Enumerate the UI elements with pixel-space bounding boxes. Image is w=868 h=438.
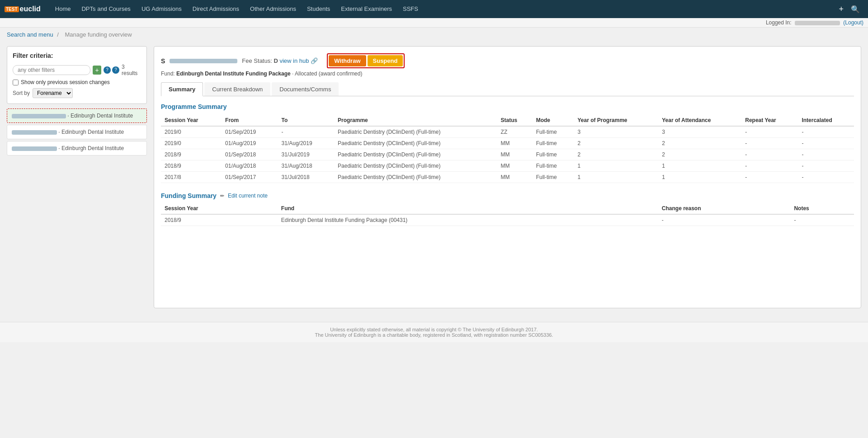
sort-row: Sort by ForenameSurnameStudent ID [13,88,141,98]
fund-status: · Allocated (award confirmed) [292,71,362,77]
result-item[interactable]: · Edinburgh Dental Institute [7,125,147,139]
filter-input[interactable] [13,65,90,75]
funding-summary-title: Funding Summary [161,192,217,199]
nav-search-button[interactable]: 🔍 [847,5,863,14]
table-row: 2019/001/Aug/201931/Aug/2019Paediatric D… [161,138,854,149]
results-count: 3 results [122,64,141,76]
breadcrumb-separator: / [57,31,59,38]
nav-item-other-admissions[interactable]: Other Admissions [245,0,302,18]
sort-select[interactable]: ForenameSurnameStudent ID [33,88,73,98]
fund-col-fund: Fund [278,203,658,214]
filter-add-button[interactable]: + [93,66,101,75]
prog-col-to: To [278,115,335,126]
table-row: 2018/901/Aug/201831/Aug/2018Paediatric D… [161,160,854,172]
student-name-link[interactable] [12,145,57,151]
student-name-link[interactable] [12,113,66,119]
prog-col-session-year: Session Year [161,115,222,126]
fund-col-change-reason: Change reason [658,203,791,214]
left-panel: Filter criteria: + ? ? 3 results Show on… [7,46,147,308]
footer: Unless explicitly stated otherwise, all … [0,322,868,342]
prog-col-programme: Programme [334,115,497,126]
info-icon-1[interactable]: ? [104,66,111,74]
logout-link[interactable]: (Logout) [843,19,863,26]
breadcrumb-current: Manage funding overview [65,31,132,38]
prog-col-from: From [222,115,278,126]
prev-session-row: Show only previous session changes [13,79,141,85]
fund-name: Edinburgh Dental Institute Funding Packa… [176,71,291,77]
prog-col-year-of-attendance: Year of Attendance [658,115,741,126]
prog-col-mode: Mode [533,115,574,126]
main-layout: Filter criteria: + ? ? 3 results Show on… [0,42,868,313]
logo-test-badge: TEST [5,6,19,12]
nav-item-ssfs[interactable]: SSFS [397,0,424,18]
nav-add-button[interactable]: + [835,5,847,14]
student-id-redacted [12,146,57,151]
student-id-prefix: S [161,57,165,65]
filter-info-icons: ? ? [104,66,119,74]
nav-item-external-examiners[interactable]: External Examiners [335,0,397,18]
institute-label: Edinburgh Dental Institute [71,113,133,119]
table-row: 2019/001/Sep/2019-Paediatric Dentistry (… [161,126,854,138]
nav-item-dpts-and-courses[interactable]: DPTs and Courses [76,0,136,18]
filter-title: Filter criteria: [13,52,141,59]
filter-row: + ? ? 3 results [13,64,141,76]
student-id-redacted [12,130,57,135]
tabs: SummaryCurrent BreakdownDocuments/Comms [161,82,854,96]
programme-summary-table: Session YearFromToProgrammeStatusModeYea… [161,115,854,183]
nav-item-students[interactable]: Students [302,0,335,18]
prev-session-label: Show only previous session changes [21,79,110,85]
nav-item-home[interactable]: Home [50,0,76,18]
breadcrumb: Search and menu / Manage funding overvie… [0,28,868,42]
logged-in-bar: Logged In: (Logout) [0,18,868,28]
fund-info: Fund: Edinburgh Dental Institute Funding… [161,71,854,77]
info-icon-2[interactable]: ? [112,66,119,74]
right-panel: S Fee Status: D view in hub 🔗 Withdraw S… [154,46,861,308]
footer-line1: Unless explicitly stated otherwise, all … [5,327,863,332]
funding-summary-header: Funding Summary ✏ Edit current note [161,192,854,199]
nav-item-ug-admissions[interactable]: UG Admissions [136,0,187,18]
view-in-hub-link[interactable]: view in hub [279,57,309,64]
student-name-link[interactable] [12,129,57,135]
result-item[interactable]: · Edinburgh Dental Institute [7,108,147,123]
breadcrumb-link[interactable]: Search and menu [7,31,53,38]
institute-label: Edinburgh Dental Institute [61,145,124,151]
withdraw-button[interactable]: Withdraw [329,55,366,66]
student-id-redacted [170,59,237,63]
fund-col-notes: Notes [790,203,854,214]
prev-session-checkbox[interactable] [13,80,19,85]
table-row: 2018/901/Sep/201831/Jul/2019Paediatric D… [161,149,854,160]
logo-euclid-text: euclid [20,5,41,13]
nav-item-direct-admissions[interactable]: Direct Admissions [187,0,245,18]
programme-summary-title: Programme Summary [161,103,854,110]
fund-col-session-year: Session Year [161,203,278,214]
prog-col-status: Status [497,115,533,126]
prog-col-repeat-year: Repeat Year [741,115,798,126]
suspend-button[interactable]: Suspend [368,55,403,66]
student-header: S Fee Status: D view in hub 🔗 Withdraw S… [161,53,854,68]
table-row: 2017/801/Sep/201731/Jul/2018Paediatric D… [161,172,854,183]
edit-note-link[interactable]: Edit current note [228,193,268,199]
table-row: 2018/9Edinburgh Dental Institute Funding… [161,214,854,226]
tab-summary[interactable]: Summary [161,82,203,96]
student-id-redacted [12,114,66,118]
username-redacted [795,21,840,25]
edit-pencil-icon: ✏ [220,193,224,199]
result-list: · Edinburgh Dental Institute · Edinburgh… [7,108,147,155]
prog-col-intercalated: Intercalated [798,115,854,126]
prog-col-year-of-programme: Year of Programme [574,115,659,126]
footer-line2: The University of Edinburgh is a charita… [5,332,863,338]
top-navigation: TEST euclid HomeDPTs and CoursesUG Admis… [0,0,868,18]
action-buttons: Withdraw Suspend [327,53,405,68]
tab-documents/comms[interactable]: Documents/Comms [272,82,339,96]
tab-current-breakdown[interactable]: Current Breakdown [204,82,270,96]
fee-status: Fee Status: D view in hub 🔗 [242,57,318,64]
logo[interactable]: TEST euclid [5,5,41,13]
nav-menu: HomeDPTs and CoursesUG AdmissionsDirect … [50,0,835,18]
sort-label: Sort by [13,90,30,96]
funding-summary-table: Session YearFundChange reasonNotes 2018/… [161,203,854,226]
filter-box: Filter criteria: + ? ? 3 results Show on… [7,46,147,104]
institute-label: Edinburgh Dental Institute [61,129,124,135]
logged-in-label: Logged In: [766,19,792,26]
result-item[interactable]: · Edinburgh Dental Institute [7,141,147,155]
